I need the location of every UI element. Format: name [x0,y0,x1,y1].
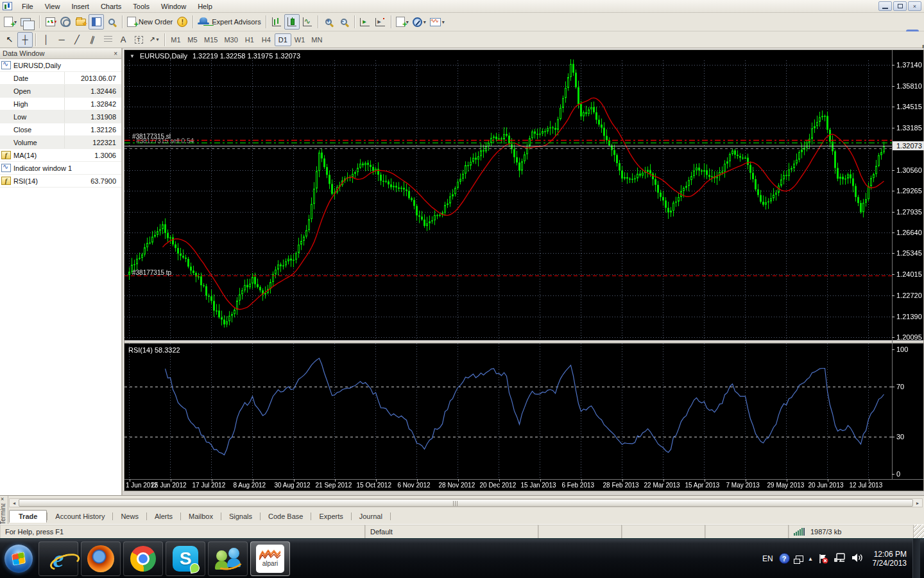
arrows-tool-button[interactable]: ↗▾ [146,32,162,48]
timeframe-m5[interactable]: M5 [184,33,201,46]
horizontal-line-button[interactable]: ─ [54,32,69,48]
menu-window[interactable]: Window [155,1,192,12]
fibonacci-button[interactable]: F [100,32,116,48]
terminal-close-icon[interactable]: × [1,496,4,502]
menu-file[interactable]: File [16,1,39,12]
volume-tray-icon[interactable] [851,553,863,564]
language-indicator[interactable]: EN [762,554,773,563]
data-window-close-icon[interactable]: × [112,50,119,57]
help-tray-icon[interactable]: ? [779,553,790,564]
tab-code-base[interactable]: Code Base [261,511,311,522]
text-label-button[interactable]: T [131,32,146,48]
tab-account-history[interactable]: Account History [47,511,112,522]
chart-ohlc: 1.32219 1.32258 1.31975 1.32073 [193,52,300,60]
date-tick-label: 6 Feb 2013 [562,482,595,489]
timeframe-w1[interactable]: W1 [291,33,309,46]
tab-news[interactable]: News [113,511,146,522]
timeframe-mn[interactable]: MN [308,33,325,46]
resize-grip[interactable] [914,525,924,538]
market-watch-button[interactable] [42,14,58,30]
timeframe-d1[interactable]: D1 [275,33,291,46]
indicators-button[interactable]: + ▾ [394,14,411,30]
close-button[interactable]: × [908,1,921,11]
profiles-button[interactable]: ▾ [19,14,37,30]
timeframe-m1[interactable]: M1 [167,33,184,46]
candlestick-button[interactable] [284,14,300,30]
menu-insert[interactable]: Insert [65,1,95,12]
hidden-icons-arrow[interactable]: ▴ [809,555,812,562]
start-button[interactable] [1,541,36,576]
window-stack-tray-icon[interactable] [796,556,803,562]
horizontal-scrollbar[interactable]: ◂ ▸ [9,498,923,507]
taskbar-internet-explorer[interactable]: e [38,541,78,576]
text-tool-button[interactable]: A [116,32,131,48]
zoom-out-button[interactable]: - [336,14,352,30]
row-value: 1.32446 [90,87,116,95]
navigator-button[interactable] [58,14,73,30]
zoom-in-button[interactable]: + [321,14,336,30]
status-profile[interactable]: Default [365,525,538,538]
arrows-icon: ↗ [149,35,155,44]
network-tray-icon[interactable] [834,553,846,564]
periods-button[interactable]: ▾ [411,14,428,30]
scrollbar-thumb[interactable] [19,499,913,507]
show-desktop-button[interactable] [912,539,920,578]
date-axis[interactable]: 1 Jun 201225 Jun 201217 Jul 20128 Aug 20… [124,480,924,492]
menu-charts[interactable]: Charts [95,1,127,12]
taskbar-chrome[interactable] [123,541,163,576]
text-icon: A [121,35,126,44]
timeframe-m30[interactable]: M30 [221,33,241,46]
price-chart[interactable] [124,50,923,491]
row-label: Close [13,126,31,134]
auto-scroll-button[interactable] [357,14,373,30]
tab-mailbox[interactable]: Mailbox [181,511,221,522]
timeframe-h1[interactable]: H1 [241,33,258,46]
tab-signals[interactable]: Signals [221,511,260,522]
status-cell-empty-2 [622,525,705,538]
scroll-right-icon[interactable]: ▸ [913,499,922,507]
vertical-line-button[interactable]: │ [38,32,54,48]
scroll-left-icon[interactable]: ◂ [10,499,19,507]
chart-shift-button[interactable] [373,14,388,30]
sell-order-label[interactable]: #38177315 sell 0.54 [136,137,194,144]
bar-chart-button[interactable] [269,14,284,30]
restore-button[interactable] [893,1,907,11]
alert-button[interactable]: ! [175,14,190,30]
line-chart-button[interactable] [300,14,315,30]
new-order-button[interactable]: + New Order [125,14,175,30]
taskbar-messenger[interactable] [208,541,248,576]
timeframe-h4[interactable]: H4 [258,33,275,46]
timeframe-m15[interactable]: M15 [201,33,221,46]
take-profit-label[interactable]: #38177315 tp [132,269,171,276]
trendline-button[interactable]: ╱ [69,32,85,48]
chart-dropdown-icon[interactable]: ▼ [130,53,135,59]
status-cell-empty-3 [705,525,789,538]
data-window-button[interactable] [89,14,104,30]
channel-button[interactable]: ∥E [85,32,100,48]
strategy-tester-button[interactable] [104,14,119,30]
tab-trade[interactable]: Trade [9,510,47,523]
new-chart-button[interactable]: + ▾ [2,14,19,30]
crosshair-tool-button[interactable]: ┼ [17,32,33,48]
tab-experts[interactable]: Experts [311,511,350,522]
minimize-button[interactable] [878,1,892,11]
tab-alerts[interactable]: Alerts [147,511,180,522]
terminal-side-strip: × Terminal [0,496,8,525]
taskbar-skype[interactable]: S [166,541,205,576]
taskbar-firefox[interactable] [81,541,121,576]
tray-clock[interactable]: 12:06 PM 7/24/2013 [869,550,907,568]
data-window-header[interactable]: Data Window × [0,48,121,59]
menu-help[interactable]: Help [192,1,218,12]
menu-view[interactable]: View [39,1,66,12]
taskbar-alpari-metatrader[interactable]: alpari [250,541,290,576]
date-tick-label: 21 Sep 2012 [316,482,352,489]
expert-advisors-button[interactable]: Expert Advisors [196,14,262,30]
action-center-flag-icon[interactable] [818,554,828,564]
favorites-button[interactable] [73,14,89,30]
warning-icon: ! [177,17,187,27]
menu-tools[interactable]: Tools [127,1,155,12]
tab-journal[interactable]: Journal [352,511,390,522]
templates-button[interactable]: ▾ [428,14,447,30]
row-label: High [13,100,28,108]
cursor-tool-button[interactable]: ↖ [2,32,17,48]
